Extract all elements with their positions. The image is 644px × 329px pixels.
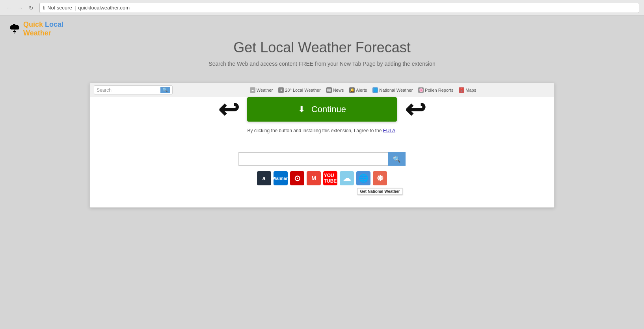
bookmark-tooltip: Get National Weather	[357, 188, 403, 195]
tab-pollen: 🌸 Pollen Reports	[418, 87, 453, 93]
mockup-nav-tabs: ☁ Weather 🌡 28° Local Weather 📰 News 🔔 A…	[176, 87, 550, 93]
bookmark-weather[interactable]: ☁	[340, 171, 354, 185]
bookmark-gmail[interactable]: M	[307, 171, 321, 185]
page-background: 🌩 Quick Local Weather Get Local Weather …	[0, 16, 644, 329]
address-bar[interactable]: ℹ Not secure | quicklocalweather.com	[39, 3, 639, 13]
tab-national-weather: 🌐 National Weather	[372, 87, 413, 93]
maps-tab-icon: 📍	[459, 87, 464, 93]
mockup-body: ↪ ⬇ Continue ↩ By clicking the button an…	[90, 97, 554, 207]
bookmarks-row: a Walmart ⊙ M YOUTUBE ☁ 🌐 ❋ Get National…	[257, 171, 387, 185]
national-weather-tab-label: National Weather	[379, 88, 413, 92]
forward-button[interactable]: →	[16, 4, 24, 12]
alerts-tab-label: Alerts	[356, 88, 367, 92]
bookmark-last[interactable]: ❋ Get National Weather	[373, 171, 387, 185]
tab-local-weather: 🌡 28° Local Weather	[278, 87, 320, 93]
news-tab-label: News	[333, 88, 344, 92]
browser-mockup: Search 🔍 ☁ Weather 🌡 28° Local Weather 📰…	[89, 83, 555, 208]
local-weather-tab-icon: 🌡	[278, 87, 284, 93]
pollen-tab-label: Pollen Reports	[425, 88, 453, 92]
bookmark-target[interactable]: ⊙	[290, 171, 304, 185]
eula-prefix: By clicking the button and installing th…	[248, 128, 382, 133]
button-area: ↪ ⬇ Continue ↩	[218, 95, 426, 124]
bookmark-earth[interactable]: 🌐	[356, 171, 370, 185]
search-button[interactable]: 🔍	[388, 152, 406, 166]
right-arrow-icon: ↩	[405, 95, 426, 124]
search-row: 🔍	[238, 152, 406, 166]
continue-overlay: ↪ ⬇ Continue ↩ By clicking the button an…	[218, 95, 426, 133]
browser-chrome: ← → ↻ ℹ Not secure | quicklocalweather.c…	[0, 0, 644, 16]
separator: |	[74, 5, 76, 11]
security-icon: ℹ	[43, 5, 45, 11]
tab-weather: ☁ Weather	[250, 87, 273, 93]
logo-weather: Weather	[23, 29, 51, 37]
nav-buttons: ← → ↻	[5, 4, 35, 12]
mockup-search-icon: 🔍	[160, 87, 170, 93]
local-weather-tab-label: 28° Local Weather	[285, 88, 320, 92]
bookmark-walmart[interactable]: Walmart	[274, 171, 288, 185]
download-icon: ⬇	[298, 104, 305, 115]
left-arrow-icon: ↪	[218, 95, 239, 124]
search-input[interactable]	[238, 152, 388, 166]
bookmark-youtube[interactable]: YOUTUBE	[323, 171, 337, 185]
url-display: quicklocalweather.com	[78, 5, 130, 11]
eula-link[interactable]: EULA	[383, 128, 395, 133]
logo-local: Local	[43, 20, 63, 28]
back-button[interactable]: ←	[5, 4, 13, 12]
pollen-tab-icon: 🌸	[418, 87, 424, 93]
search-placeholder-text: Search	[97, 87, 112, 93]
maps-tab-label: Maps	[465, 88, 476, 92]
continue-label: Continue	[311, 104, 346, 115]
tab-news: 📰 News	[326, 87, 344, 93]
weather-tab-icon: ☁	[250, 87, 255, 93]
mockup-search-bar: Search 🔍	[94, 85, 173, 94]
national-weather-tab-icon: 🌐	[372, 87, 378, 93]
refresh-button[interactable]: ↻	[27, 4, 35, 12]
eula-period: .	[395, 128, 396, 133]
eula-text: By clicking the button and installing th…	[248, 128, 397, 133]
tab-alerts: 🔔 Alerts	[349, 87, 367, 93]
not-secure-label: Not secure	[47, 5, 72, 11]
main-content: Get Local Weather Forecast Search the We…	[0, 16, 644, 208]
logo-text: Quick Local Weather	[23, 20, 63, 37]
weather-tab-label: Weather	[257, 88, 273, 92]
tab-maps: 📍 Maps	[459, 87, 476, 93]
logo-area: 🌩 Quick Local Weather	[8, 20, 63, 37]
news-tab-icon: 📰	[326, 87, 332, 93]
main-headline: Get Local Weather Forecast	[233, 39, 411, 56]
logo-quick: Quick	[23, 20, 43, 28]
alerts-tab-icon: 🔔	[349, 87, 355, 93]
logo-icon: 🌩	[8, 23, 21, 35]
continue-button[interactable]: ⬇ Continue	[247, 97, 397, 122]
bookmark-amazon[interactable]: a	[257, 171, 271, 185]
main-subheadline: Search the Web and access content FREE f…	[208, 61, 435, 67]
